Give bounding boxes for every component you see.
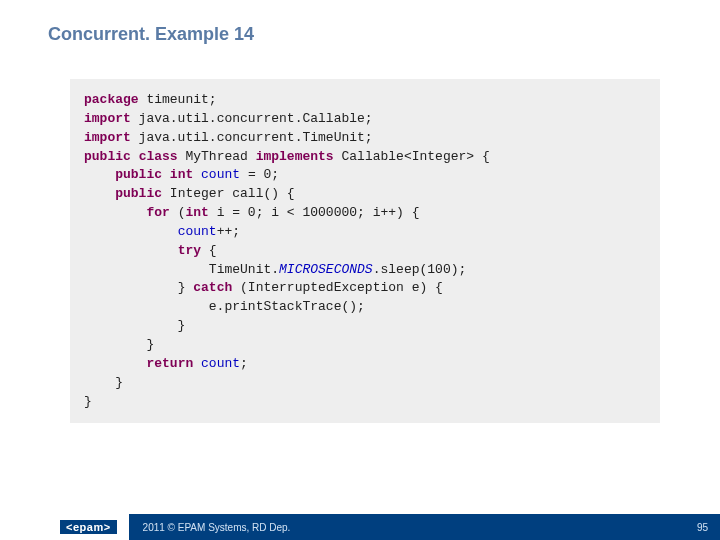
code-token: } <box>84 337 154 352</box>
code-token: Callable<Integer> { <box>334 149 490 164</box>
code-token: ++; <box>217 224 240 239</box>
code-token <box>193 356 201 371</box>
code-token: public <box>115 186 162 201</box>
code-token: import <box>84 111 131 126</box>
code-token: timeunit; <box>139 92 217 107</box>
footer-left: <epam> 2011 © EPAM Systems, RD Dep. <box>0 514 290 540</box>
logo-wrap: <epam> <box>0 514 129 540</box>
code-token <box>84 205 146 220</box>
code-token: java.util.concurrent.Callable; <box>131 111 373 126</box>
code-token <box>84 167 115 182</box>
footer: <epam> 2011 © EPAM Systems, RD Dep. 95 <box>0 514 720 540</box>
code-block: package timeunit; import java.util.concu… <box>70 79 660 423</box>
code-token: i = 0; i < 1000000; i++) { <box>209 205 420 220</box>
code-token: = 0; <box>240 167 279 182</box>
code-token: public <box>84 149 131 164</box>
code-token <box>162 167 170 182</box>
code-token: } <box>84 394 92 409</box>
code-token: count <box>201 167 240 182</box>
code-token: Integer call() { <box>162 186 295 201</box>
code-token: implements <box>256 149 334 164</box>
code-token <box>84 262 209 277</box>
slide-title: Concurrent. Example 14 <box>0 0 720 45</box>
code-token: count <box>201 356 240 371</box>
code-token <box>84 186 115 201</box>
page-number: 95 <box>697 522 708 533</box>
code-token: MyThread <box>178 149 256 164</box>
code-token: MICROSECONDS <box>279 262 373 277</box>
code-token: e.printStackTrace(); <box>84 299 365 314</box>
code-token: } <box>84 318 185 333</box>
code-token <box>84 243 178 258</box>
code-token: count <box>178 224 217 239</box>
code-token <box>84 356 146 371</box>
code-token: package <box>84 92 139 107</box>
code-token: catch <box>193 280 232 295</box>
code-token <box>84 224 178 239</box>
code-token: .sleep(100); <box>373 262 467 277</box>
code-token: public <box>115 167 162 182</box>
epam-logo: <epam> <box>60 520 117 534</box>
code-token: int <box>185 205 208 220</box>
code-token: } <box>84 375 123 390</box>
code-token <box>193 167 201 182</box>
code-token: ; <box>240 356 248 371</box>
code-token: for <box>146 205 169 220</box>
code-token: (InterruptedException e) { <box>232 280 443 295</box>
copyright-text: 2011 © EPAM Systems, RD Dep. <box>143 522 291 533</box>
code-token: java.util.concurrent.TimeUnit; <box>131 130 373 145</box>
code-token: TimeUnit. <box>209 262 279 277</box>
code-token: class <box>139 149 178 164</box>
code-token: int <box>170 167 193 182</box>
code-token <box>84 280 178 295</box>
code-token: return <box>146 356 193 371</box>
code-token: import <box>84 130 131 145</box>
code-token: try <box>178 243 201 258</box>
code-token: ( <box>170 205 186 220</box>
code-token: } <box>178 280 194 295</box>
code-token: { <box>201 243 217 258</box>
